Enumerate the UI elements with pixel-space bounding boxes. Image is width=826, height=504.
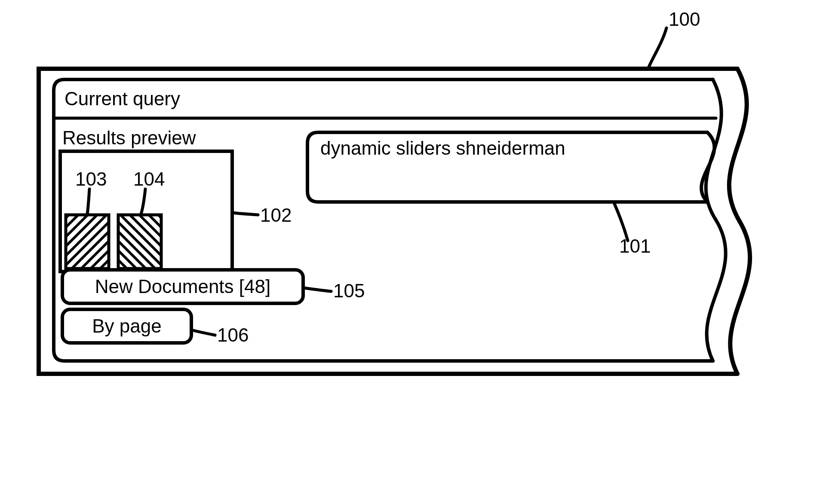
ref-106: 106 [217,324,249,346]
by-page-button[interactable]: By page [62,315,191,337]
ref-101: 101 [619,235,651,257]
bar-left [66,215,109,269]
svg-rect-0 [66,215,109,269]
svg-rect-2 [118,215,161,269]
ref-104: 104 [133,168,165,190]
figure-svg [0,0,826,504]
ref-100: 100 [669,9,700,30]
ref-105: 105 [333,280,365,302]
query-text[interactable]: dynamic sliders shneiderman [320,137,565,159]
header-title: Current query [64,88,180,110]
new-documents-button[interactable]: New Documents [48] [62,276,303,297]
results-preview-label: Results preview [62,127,196,149]
ref-103: 103 [75,168,107,190]
figure-stage: Current query Results preview dynamic sl… [0,0,826,504]
ref-102: 102 [260,205,292,226]
bar-right [118,215,161,269]
